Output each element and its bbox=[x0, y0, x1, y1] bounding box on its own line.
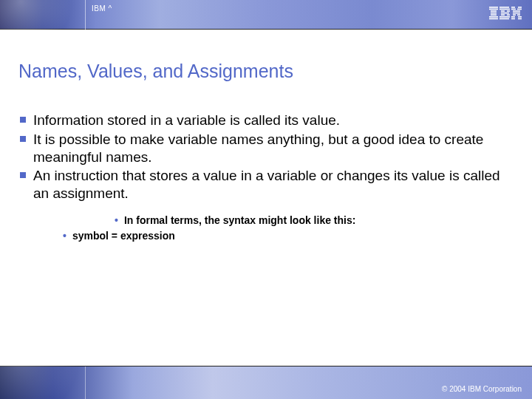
bullet-list: Information stored in a variable is call… bbox=[18, 112, 517, 202]
svg-rect-11 bbox=[501, 12, 509, 13]
svg-rect-28 bbox=[518, 18, 522, 19]
header-divider bbox=[85, 0, 86, 30]
svg-rect-9 bbox=[501, 10, 505, 12]
svg-rect-5 bbox=[489, 16, 498, 18]
slide: IBM ^ Names, Values, and Assignments Inf… bbox=[0, 0, 532, 399]
svg-rect-15 bbox=[499, 18, 509, 19]
svg-rect-8 bbox=[499, 8, 510, 10]
svg-rect-7 bbox=[499, 7, 509, 8]
slide-title: Names, Values, and Assignments bbox=[18, 61, 517, 82]
decorative-sphere bbox=[0, 322, 81, 399]
bullet-item: An instruction that stores a value in a … bbox=[18, 167, 517, 202]
svg-rect-14 bbox=[499, 16, 510, 18]
svg-rect-4 bbox=[491, 14, 497, 16]
svg-rect-1 bbox=[489, 8, 498, 10]
footer-bar: © 2004 IBM Corporation bbox=[0, 366, 532, 399]
svg-rect-26 bbox=[518, 16, 522, 18]
footer-copyright: © 2004 IBM Corporation bbox=[442, 385, 522, 393]
bullet-item: It is possible to make variable names an… bbox=[18, 131, 517, 166]
sub-bullet-list: In formal terms, the syntax might look l… bbox=[18, 213, 517, 244]
svg-rect-10 bbox=[507, 10, 510, 12]
svg-rect-21 bbox=[516, 10, 520, 12]
footer-divider bbox=[85, 366, 86, 399]
header-bar: IBM ^ bbox=[0, 0, 532, 30]
bullet-item: Information stored in a variable is call… bbox=[18, 112, 517, 129]
sub-sub-bullet-list: symbol = expression bbox=[63, 228, 517, 244]
svg-rect-2 bbox=[491, 10, 497, 12]
svg-rect-0 bbox=[489, 7, 498, 8]
svg-rect-16 bbox=[511, 7, 515, 8]
svg-rect-13 bbox=[507, 14, 510, 16]
sub-bullet-item: In formal terms, the syntax might look l… bbox=[115, 213, 517, 228]
svg-rect-20 bbox=[513, 10, 516, 12]
svg-rect-3 bbox=[491, 12, 497, 13]
svg-rect-27 bbox=[511, 18, 515, 19]
svg-rect-23 bbox=[513, 14, 516, 16]
sub-sub-bullet-item: symbol = expression bbox=[63, 228, 517, 244]
svg-rect-22 bbox=[513, 12, 520, 13]
svg-rect-19 bbox=[517, 8, 522, 10]
svg-rect-18 bbox=[511, 8, 516, 10]
svg-rect-25 bbox=[511, 16, 515, 18]
header-brand-text: IBM ^ bbox=[92, 4, 112, 13]
ibm-logo-icon bbox=[489, 7, 522, 23]
slide-body: Names, Values, and Assignments Informati… bbox=[0, 30, 532, 244]
svg-rect-24 bbox=[517, 14, 520, 16]
svg-rect-17 bbox=[518, 7, 522, 8]
svg-rect-12 bbox=[501, 14, 505, 16]
svg-rect-6 bbox=[489, 18, 498, 19]
